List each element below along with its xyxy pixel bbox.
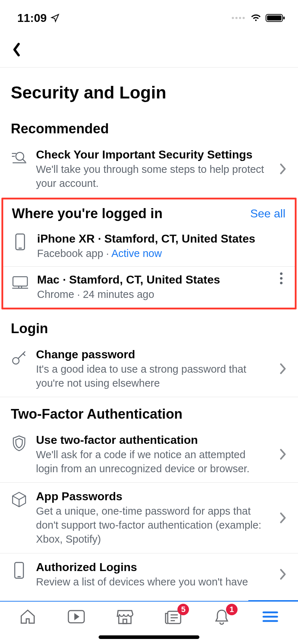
battery-icon (266, 13, 286, 23)
phone-icon (10, 561, 28, 579)
row-subtitle: Review a list of devices where you won't… (36, 575, 268, 589)
section-login: Login Change password It's a good idea t… (0, 312, 298, 397)
key-icon (10, 349, 28, 367)
svg-line-16 (23, 354, 25, 356)
navigation-bar (0, 32, 298, 68)
section-title: Login (11, 321, 48, 336)
wifi-icon (250, 13, 262, 23)
home-icon (19, 608, 36, 625)
cellular-signal-icon (232, 17, 245, 19)
back-button[interactable] (8, 41, 25, 58)
page-content: Security and Login Recommended Check You… (0, 68, 298, 601)
row-use-two-factor[interactable]: Use two-factor authentication We'll ask … (0, 426, 298, 483)
section-title: Recommended (11, 121, 109, 137)
row-body: Authorized Logins Review a list of devic… (36, 560, 268, 589)
section-recommended: Recommended Check Your Important Securit… (0, 112, 298, 197)
tab-news[interactable]: 5 (162, 608, 184, 625)
row-title: iPhone XR · Stamford, CT, United States (37, 231, 288, 246)
svg-rect-1 (267, 15, 281, 20)
watch-icon (67, 609, 86, 624)
menu-icon (262, 610, 279, 623)
tab-home[interactable] (17, 608, 39, 625)
marketplace-icon (116, 608, 134, 625)
row-subtitle: Facebook app · Active now (37, 247, 288, 261)
notifications-badge: 1 (226, 604, 238, 615)
row-title: Check Your Important Security Settings (36, 147, 268, 162)
chevron-right-icon (276, 363, 290, 375)
checklist-search-icon (10, 149, 28, 167)
row-body: Mac · Stamford, CT, United States Chrome… (37, 272, 266, 302)
tab-menu[interactable] (259, 608, 281, 625)
section-title: Where you're logged in (12, 206, 163, 221)
section-header-recommended: Recommended (0, 112, 298, 141)
section-two-factor: Two-Factor Authentication Use two-factor… (0, 397, 298, 595)
row-title: App Passwords (36, 489, 268, 503)
row-subtitle: We'll ask for a code if we notice an att… (36, 448, 268, 476)
cube-icon (10, 491, 28, 509)
row-app-passwords[interactable]: App Passwords Get a unique, one-time pas… (0, 483, 298, 553)
more-options-button[interactable] (274, 272, 288, 284)
status-indicators (232, 13, 286, 23)
svg-rect-8 (16, 234, 24, 250)
section-header-sessions: Where you're logged in See all (3, 199, 295, 226)
svg-point-5 (16, 152, 24, 160)
status-time: 11:09 (17, 12, 60, 25)
row-title: Change password (36, 347, 268, 362)
row-subtitle: Get a unique, one-time password for apps… (36, 504, 268, 546)
desktop-icon (11, 274, 29, 292)
svg-line-6 (23, 159, 26, 162)
phone-icon (11, 233, 29, 251)
section-sessions-highlighted: Where you're logged in See all iPhone XR… (1, 198, 297, 309)
status-bar: 11:09 (0, 0, 298, 32)
row-body: App Passwords Get a unique, one-time pas… (36, 489, 268, 546)
row-body: iPhone XR · Stamford, CT, United States … (37, 231, 288, 261)
home-indicator[interactable] (99, 635, 199, 639)
section-header-two-factor: Two-Factor Authentication (0, 397, 298, 426)
clock-text: 11:09 (17, 12, 47, 25)
row-body: Change password It's a good idea to use … (36, 347, 268, 390)
chevron-left-icon (12, 42, 21, 57)
chevron-right-icon (276, 568, 290, 580)
session-row-mac[interactable]: Mac · Stamford, CT, United States Chrome… (3, 267, 295, 307)
row-title: Mac · Stamford, CT, United States (37, 272, 266, 287)
svg-rect-18 (15, 562, 23, 578)
shield-icon (10, 434, 28, 452)
section-header-login: Login (0, 312, 298, 341)
page-title: Security and Login (0, 68, 298, 112)
active-tab-indicator (248, 600, 298, 602)
location-arrow-icon (50, 13, 60, 23)
active-now-text: Active now (111, 248, 162, 259)
tab-marketplace[interactable] (114, 608, 136, 625)
news-badge: 5 (177, 604, 189, 615)
kebab-dot-icon (280, 272, 283, 275)
chevron-right-icon (276, 512, 290, 524)
tab-watch[interactable] (66, 608, 87, 625)
row-body: Check Your Important Security Settings W… (36, 147, 268, 190)
row-body: Use two-factor authentication We'll ask … (36, 433, 268, 476)
row-check-security[interactable]: Check Your Important Security Settings W… (0, 141, 298, 197)
see-all-link[interactable]: See all (250, 207, 285, 220)
row-title: Use two-factor authentication (36, 433, 268, 447)
kebab-dot-icon (280, 282, 283, 284)
chevron-right-icon (276, 448, 290, 460)
row-subtitle: Chrome · 24 minutes ago (37, 288, 266, 302)
svg-rect-2 (283, 17, 285, 19)
tab-notifications[interactable]: 1 (211, 608, 232, 625)
kebab-dot-icon (280, 277, 283, 280)
svg-rect-21 (123, 619, 127, 624)
chevron-right-icon (276, 163, 290, 175)
row-change-password[interactable]: Change password It's a good idea to use … (0, 341, 298, 397)
session-app-text: Facebook app · (37, 248, 111, 259)
row-subtitle: It's a good idea to use a strong passwor… (36, 362, 268, 390)
section-title: Two-Factor Authentication (11, 406, 182, 422)
row-authorized-logins[interactable]: Authorized Logins Review a list of devic… (0, 553, 298, 595)
session-row-iphone[interactable]: iPhone XR · Stamford, CT, United States … (3, 226, 295, 266)
row-title: Authorized Logins (36, 560, 268, 574)
row-subtitle: We'll take you through some steps to hel… (36, 162, 268, 190)
svg-rect-10 (13, 277, 27, 286)
